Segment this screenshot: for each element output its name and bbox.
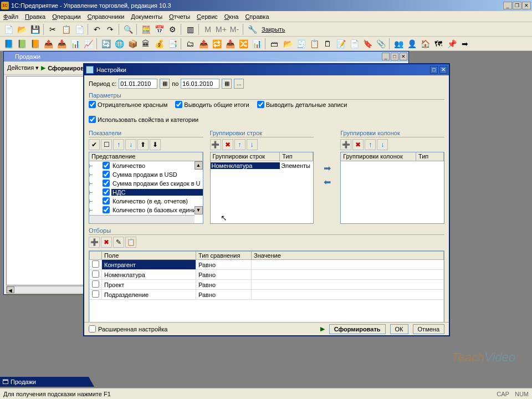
- tb2-icon[interactable]: 📥: [55, 38, 68, 50]
- indicator-row[interactable]: ⊢Количество (в ед. отчетов): [89, 197, 203, 206]
- cascade-icon[interactable]: ▥: [184, 23, 196, 35]
- filters-table[interactable]: Поле Тип сравнения Значение КонтрагентРа…: [89, 250, 444, 322]
- sort-asc-icon[interactable]: ⬆: [137, 139, 149, 150]
- report-titlebar[interactable]: Продажи _ □ ✕: [4, 52, 408, 62]
- edit-filter-icon[interactable]: ✎: [113, 237, 124, 248]
- menu-reports[interactable]: Отчеты: [166, 12, 193, 21]
- period-from-input[interactable]: [119, 79, 157, 89]
- tb2-icon[interactable]: 📤: [197, 38, 209, 50]
- tb2-icon[interactable]: 📋: [308, 38, 320, 50]
- close-link[interactable]: Закрыть: [262, 26, 285, 33]
- tb2-icon[interactable]: 🔁: [211, 38, 223, 50]
- copy-filter-icon[interactable]: 📋: [125, 237, 136, 248]
- chk-show-totals[interactable]: Выводить общие итоги: [175, 101, 249, 108]
- tb2-icon[interactable]: 📊: [69, 38, 81, 50]
- calc-icon[interactable]: 🧮: [140, 23, 152, 35]
- tb2-icon[interactable]: 🔀: [237, 38, 249, 50]
- filter-row[interactable]: КонтрагентРавно: [90, 260, 444, 270]
- report-close-button[interactable]: ✕: [400, 53, 407, 60]
- tb2-icon[interactable]: 📈: [82, 38, 94, 50]
- report-actions-button[interactable]: Действия ▾: [7, 64, 39, 71]
- indicator-row[interactable]: ⊢Сумма продажи без скидок в U: [89, 179, 203, 188]
- copy-icon[interactable]: 📋: [60, 23, 72, 35]
- indicator-row[interactable]: ⊢Количество: [89, 161, 203, 170]
- menu-help[interactable]: Справка: [242, 12, 272, 21]
- chk-show-details[interactable]: Выводить детальные записи: [257, 101, 347, 108]
- tb2-icon[interactable]: 🗃: [268, 38, 280, 50]
- report-maximize-button[interactable]: □: [391, 53, 398, 60]
- tb2-icon[interactable]: 🔖: [361, 38, 374, 50]
- tb2-icon[interactable]: 📥: [224, 38, 236, 50]
- tb2-icon[interactable]: 📊: [250, 38, 263, 50]
- sort-desc-icon[interactable]: ⬇: [150, 139, 161, 150]
- indicator-row[interactable]: ⊢Количество (в базовых единиц: [89, 206, 203, 214]
- close-button[interactable]: ✕: [522, 2, 531, 9]
- tb2-icon[interactable]: 📑: [166, 38, 178, 50]
- dialog-maximize-button[interactable]: □: [430, 66, 438, 74]
- move-up-icon[interactable]: ↑: [113, 139, 124, 150]
- filter-row[interactable]: ПроектРавно: [90, 280, 444, 290]
- menu-edit[interactable]: Правка: [22, 12, 49, 21]
- generate-button[interactable]: Сформировать: [329, 324, 386, 334]
- tb2-icon[interactable]: 📗: [16, 38, 28, 50]
- report-minimize-button[interactable]: _: [382, 53, 390, 60]
- chk-negative-red[interactable]: Отрицательное красным: [89, 101, 167, 108]
- redo-icon[interactable]: ↷: [104, 23, 116, 35]
- tb2-icon[interactable]: 💰: [153, 38, 165, 50]
- delete-icon[interactable]: ✖: [222, 139, 233, 150]
- save-icon[interactable]: 💾: [29, 23, 41, 35]
- tb2-icon[interactable]: 📙: [29, 38, 41, 50]
- dialog-titlebar[interactable]: Настройки □ ✕: [84, 64, 449, 75]
- move-left-icon[interactable]: ⬅: [324, 177, 331, 187]
- tb2-icon[interactable]: 🔄: [100, 38, 112, 50]
- delete-icon[interactable]: ✖: [352, 139, 364, 150]
- menu-operations[interactable]: Операции: [49, 12, 84, 21]
- calendar-icon[interactable]: 📅: [153, 23, 165, 35]
- paste-icon[interactable]: 📄: [73, 23, 85, 35]
- indicators-list[interactable]: Представление ⊢Количество⊢Сумма продажи …: [89, 152, 203, 224]
- tb2-icon[interactable]: 🌐: [113, 38, 125, 50]
- ok-button[interactable]: ОК: [390, 324, 408, 334]
- add-icon[interactable]: ➕: [340, 139, 351, 150]
- period-select-button[interactable]: ...: [234, 79, 244, 89]
- m-minus-icon[interactable]: M-: [228, 23, 241, 35]
- move-down-icon[interactable]: ↓: [125, 139, 136, 150]
- period-to-input[interactable]: [181, 79, 219, 89]
- tb2-icon[interactable]: 📄: [348, 38, 360, 50]
- open-icon[interactable]: 📂: [16, 23, 28, 35]
- tb2-icon[interactable]: 📌: [446, 38, 458, 50]
- gear-icon[interactable]: ⚙: [166, 23, 178, 35]
- tb2-icon[interactable]: 🗺: [432, 38, 444, 50]
- move-down-icon[interactable]: ↓: [377, 139, 388, 150]
- tb2-icon[interactable]: 👤: [406, 38, 418, 50]
- tb2-icon[interactable]: 🏛: [140, 38, 152, 50]
- cancel-button[interactable]: Отмена: [413, 324, 444, 334]
- tb2-icon[interactable]: 📤: [42, 38, 54, 50]
- filter-row[interactable]: ПодразделениеРавно: [90, 290, 444, 300]
- delete-filter-icon[interactable]: ✖: [101, 237, 112, 248]
- tb2-icon[interactable]: 🏠: [419, 38, 431, 50]
- undo-icon[interactable]: ↶: [91, 23, 103, 35]
- scroll-up-icon[interactable]: ▲: [195, 161, 203, 170]
- add-icon[interactable]: ➕: [210, 139, 221, 150]
- tb2-icon[interactable]: 📘: [2, 38, 14, 50]
- tb2-icon[interactable]: 🗒: [321, 38, 334, 50]
- minimize-button[interactable]: _: [503, 2, 512, 9]
- taskbar-item[interactable]: 🗔 Продажи: [0, 377, 89, 387]
- tools-icon[interactable]: 🔧: [246, 23, 258, 35]
- extended-settings-checkbox[interactable]: Расширенная настройка: [89, 325, 316, 332]
- menu-windows[interactable]: Окна: [221, 12, 242, 21]
- rowgroup-row[interactable]: НоменклатураЭлементы: [211, 161, 314, 170]
- chk-use-properties[interactable]: Использовать свойства и категории: [89, 116, 198, 123]
- tb2-icon[interactable]: 👥: [392, 38, 405, 50]
- dialog-close-button[interactable]: ✕: [439, 66, 447, 74]
- cut-icon[interactable]: ✂: [47, 23, 59, 35]
- uncheck-all-icon[interactable]: ☐: [101, 139, 112, 150]
- indicator-row[interactable]: ⊢НДС: [89, 188, 203, 197]
- tb2-icon[interactable]: 📝: [335, 38, 347, 50]
- m-icon[interactable]: M: [202, 23, 214, 35]
- menu-documents[interactable]: Документы: [127, 12, 166, 21]
- find-icon[interactable]: 🔍: [122, 23, 134, 35]
- calendar-icon[interactable]: ▦: [222, 79, 232, 89]
- menu-references[interactable]: Справочники: [84, 12, 128, 21]
